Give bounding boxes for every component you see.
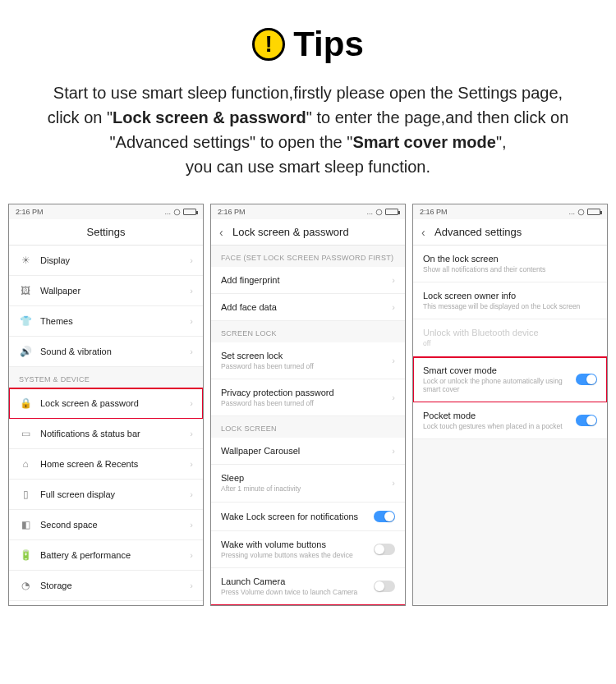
chevron-right-icon: › [392, 446, 395, 456]
toggle-launch-camera[interactable] [374, 581, 395, 592]
display-icon: ☀ [19, 254, 32, 267]
row-home-recents[interactable]: ⌂Home screen & Recents› [9, 449, 203, 480]
row-storage[interactable]: ◔Storage› [9, 571, 203, 601]
notification-icon: ▭ [19, 427, 32, 440]
battery-icon [385, 209, 398, 215]
chevron-right-icon: › [392, 302, 395, 312]
chevron-right-icon: › [190, 520, 193, 530]
alert-icon: ! [252, 28, 285, 61]
row-privacy-password[interactable]: Privacy protection passwordPassword has … [211, 379, 405, 416]
tips-title: Tips [293, 25, 364, 64]
row-on-lock-screen[interactable]: On the lock screenShow all notifications… [413, 246, 607, 282]
row-set-screen-lock[interactable]: Set screen lockPassword has been turned … [211, 342, 405, 379]
status-bar: 2:16 PM ... [211, 204, 405, 219]
row-launch-camera[interactable]: Launch CameraPress Volume down twice to … [211, 568, 405, 605]
tips-body: Start to use smart sleep function,firstl… [0, 80, 616, 204]
toggle-pocket-mode[interactable] [576, 415, 597, 426]
svg-point-1 [376, 209, 382, 215]
row-smart-cover-mode[interactable]: Smart cover modeLock or unlock the phone… [413, 357, 607, 402]
row-sleep[interactable]: SleepAfter 1 minute of inactivity› [211, 465, 405, 502]
row-themes[interactable]: 👕Themes› [9, 306, 203, 337]
row-second-space[interactable]: ◧Second space› [9, 510, 203, 540]
chevron-right-icon: › [190, 398, 193, 408]
row-sound[interactable]: 🔊Sound & vibration› [9, 337, 203, 367]
row-battery[interactable]: 🔋Battery & performance› [9, 540, 203, 571]
chevron-right-icon: › [392, 478, 395, 488]
svg-point-0 [174, 209, 180, 215]
row-bluetooth-unlock: Unlock with Bluetooth deviceoff [413, 319, 607, 356]
phone-advanced: 2:16 PM ... ‹ Advanced settings On the l… [412, 204, 608, 606]
row-add-face[interactable]: Add face data› [211, 294, 405, 321]
lock-icon: 🔒 [19, 397, 32, 410]
home-icon: ⌂ [19, 457, 32, 471]
section-system-device: SYSTEM & DEVICE [9, 367, 203, 388]
chevron-right-icon: › [392, 275, 395, 285]
chevron-right-icon: › [190, 347, 193, 356]
row-lock-screen-password[interactable]: 🔒Lock screen & password› [9, 388, 203, 419]
row-pocket-mode[interactable]: Pocket modeLock touch gestures when plac… [413, 402, 607, 439]
chevron-right-icon: › [190, 255, 193, 265]
page-title: Settings [87, 226, 126, 238]
chevron-right-icon: › [392, 356, 395, 365]
page-header: ‹ Lock screen & password [211, 219, 405, 246]
back-button[interactable]: ‹ [219, 226, 223, 239]
storage-icon: ◔ [19, 579, 32, 592]
status-bar: 2:16 PM ... [9, 204, 203, 219]
chevron-right-icon: › [190, 429, 193, 438]
sound-icon: 🔊 [19, 345, 32, 358]
phone-settings: 2:16 PM ... Settings ☀Display› 🖼Wallpape… [8, 204, 204, 606]
row-fullscreen[interactable]: ▯Full screen display› [9, 480, 203, 510]
svg-point-2 [578, 209, 584, 215]
row-wake-notifications[interactable]: Wake Lock screen for notifications [211, 503, 405, 531]
chevron-right-icon: › [190, 581, 193, 590]
row-wallpaper-carousel[interactable]: Wallpaper Carousel› [211, 438, 405, 465]
chevron-right-icon: › [190, 550, 193, 560]
row-notifications[interactable]: ▭Notifications & status bar› [9, 419, 203, 449]
themes-icon: 👕 [19, 314, 32, 328]
page-title: Lock screen & password [232, 226, 349, 238]
chevron-right-icon: › [190, 286, 193, 296]
section-screen-lock: SCREEN LOCK [211, 321, 405, 342]
screenshots-row: 2:16 PM ... Settings ☀Display› 🖼Wallpape… [0, 204, 616, 631]
second-space-icon: ◧ [19, 518, 32, 531]
page-header: Settings [9, 219, 203, 246]
page-title: Advanced settings [434, 226, 522, 238]
row-owner-info[interactable]: Lock screen owner infoThis message will … [413, 282, 607, 319]
wallpaper-icon: 🖼 [19, 284, 32, 297]
sync-icon [577, 209, 585, 216]
toggle-wake-volume[interactable] [374, 544, 395, 555]
battery-icon [183, 209, 196, 215]
section-lock-screen: LOCK SCREEN [211, 416, 405, 438]
section-face: FACE (SET LOCK SCREEN PASSWORD FIRST) [211, 246, 405, 267]
row-wallpaper[interactable]: 🖼Wallpaper› [9, 276, 203, 306]
row-add-fingerprint[interactable]: Add fingerprint› [211, 267, 405, 294]
phone-lockscreen: 2:16 PM ... ‹ Lock screen & password FAC… [210, 204, 406, 606]
toggle-smart-cover[interactable] [576, 374, 597, 385]
row-advanced-settings[interactable]: Advanced settings› [211, 605, 405, 606]
battery-perf-icon: 🔋 [19, 549, 32, 562]
chevron-right-icon: › [190, 316, 193, 326]
status-bar: 2:16 PM ... [413, 204, 607, 219]
chevron-right-icon: › [190, 459, 193, 469]
sync-icon [173, 209, 181, 216]
fullscreen-icon: ▯ [19, 488, 32, 501]
toggle-wake-notifications[interactable] [374, 511, 395, 522]
page-header: ‹ Advanced settings [413, 219, 607, 246]
chevron-right-icon: › [190, 489, 193, 499]
tips-header: ! Tips [0, 0, 616, 80]
row-display[interactable]: ☀Display› [9, 246, 203, 276]
chevron-right-icon: › [392, 392, 395, 402]
back-button[interactable]: ‹ [421, 226, 425, 239]
sync-icon [375, 209, 383, 216]
battery-icon [587, 209, 600, 215]
row-miui-lab[interactable]: ⚗MIUI lab› [9, 601, 203, 606]
row-wake-volume[interactable]: Wake with volume buttonsPressing volume … [211, 531, 405, 568]
